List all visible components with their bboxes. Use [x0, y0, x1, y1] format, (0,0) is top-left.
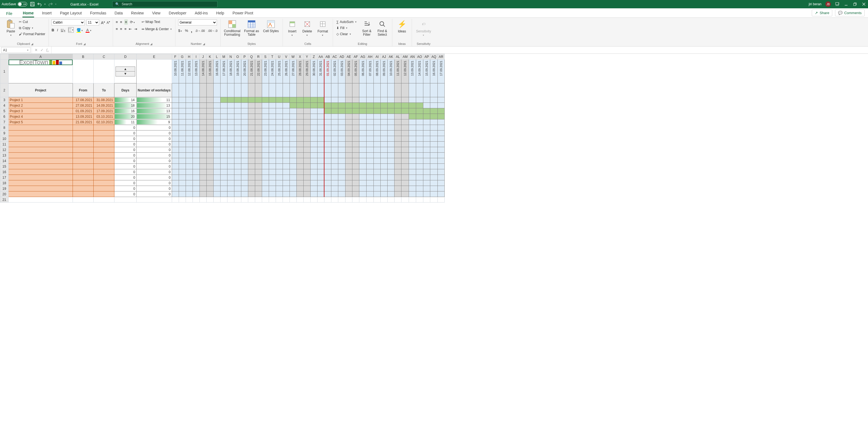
- gantt-cell[interactable]: [248, 169, 255, 175]
- gantt-cell[interactable]: [352, 186, 359, 191]
- gantt-cell[interactable]: [430, 142, 437, 147]
- gantt-cell[interactable]: [423, 147, 430, 153]
- gantt-cell[interactable]: [381, 169, 388, 175]
- gantt-cell[interactable]: [345, 164, 352, 169]
- cell[interactable]: [220, 197, 227, 203]
- gantt-cell[interactable]: [374, 175, 381, 180]
- cell[interactable]: [423, 197, 430, 203]
- gantt-cell[interactable]: [199, 125, 207, 130]
- gantt-cell[interactable]: [303, 125, 310, 130]
- gantt-cell[interactable]: [241, 153, 248, 158]
- gantt-cell[interactable]: [345, 125, 352, 130]
- gantt-cell[interactable]: [310, 119, 317, 125]
- gantt-cell[interactable]: [303, 108, 310, 114]
- gantt-cell[interactable]: [317, 180, 324, 186]
- gantt-cell[interactable]: [248, 175, 255, 180]
- col-header[interactable]: V: [283, 54, 289, 60]
- gantt-cell[interactable]: [269, 119, 276, 125]
- gantt-cell[interactable]: [199, 153, 207, 158]
- undo-dd-icon[interactable]: ▾: [44, 3, 46, 5]
- gantt-cell[interactable]: [289, 125, 297, 130]
- gantt-cell[interactable]: [297, 130, 303, 136]
- gantt-cell[interactable]: [324, 175, 331, 180]
- gantt-cell[interactable]: [289, 180, 297, 186]
- gantt-cell[interactable]: [437, 108, 445, 114]
- fill-button[interactable]: ⬇Fill: [336, 26, 357, 30]
- gantt-cell[interactable]: [199, 119, 207, 125]
- cell[interactable]: 0: [136, 130, 172, 136]
- gantt-cell[interactable]: [359, 191, 367, 197]
- cell[interactable]: [94, 153, 115, 158]
- user-name[interactable]: jiri beran: [809, 2, 822, 6]
- col-header[interactable]: AN: [409, 54, 416, 60]
- gantt-cell[interactable]: [248, 180, 255, 186]
- gantt-cell[interactable]: [374, 180, 381, 186]
- col-header[interactable]: L: [213, 54, 220, 60]
- gantt-cell[interactable]: [317, 125, 324, 130]
- gantt-cell[interactable]: [234, 175, 241, 180]
- gantt-cell[interactable]: [241, 186, 248, 191]
- gantt-cell[interactable]: [317, 97, 324, 103]
- gantt-cell[interactable]: [367, 147, 374, 153]
- gantt-cell[interactable]: [269, 147, 276, 153]
- gantt-cell[interactable]: [227, 164, 234, 169]
- gantt-cell[interactable]: [227, 158, 234, 164]
- cell[interactable]: [73, 169, 94, 175]
- gantt-cell[interactable]: [276, 153, 283, 158]
- gantt-cell[interactable]: [331, 97, 338, 103]
- gantt-cell[interactable]: [352, 147, 359, 153]
- gantt-cell[interactable]: [213, 97, 220, 103]
- gantt-cell[interactable]: [192, 103, 199, 108]
- gantt-cell[interactable]: [241, 114, 248, 119]
- gantt-cell[interactable]: [367, 103, 374, 108]
- cell[interactable]: 13: [136, 103, 172, 108]
- gantt-cell[interactable]: [255, 186, 262, 191]
- gantt-cell[interactable]: [310, 147, 317, 153]
- gantt-cell[interactable]: [416, 186, 423, 191]
- gantt-cell[interactable]: [207, 136, 213, 142]
- gantt-cell[interactable]: [297, 108, 303, 114]
- gantt-cell[interactable]: [220, 125, 227, 130]
- gantt-cell[interactable]: [192, 191, 199, 197]
- cell[interactable]: [8, 175, 73, 180]
- cell[interactable]: 0: [136, 136, 172, 142]
- gantt-cell[interactable]: [207, 175, 213, 180]
- cell[interactable]: [207, 197, 213, 203]
- tab-home[interactable]: Home: [23, 9, 34, 18]
- gantt-cell[interactable]: [338, 164, 345, 169]
- cell[interactable]: 0: [136, 175, 172, 180]
- gantt-cell[interactable]: [381, 186, 388, 191]
- gantt-cell[interactable]: [331, 175, 338, 180]
- cell[interactable]: 0: [115, 191, 136, 197]
- gantt-cell[interactable]: [430, 180, 437, 186]
- cell[interactable]: 01.09.2021: [73, 108, 94, 114]
- gantt-cell[interactable]: [186, 164, 192, 169]
- col-header[interactable]: Z: [310, 54, 317, 60]
- row-header[interactable]: 16: [0, 169, 8, 175]
- conditional-formatting-button[interactable]: Conditional Formatting: [223, 20, 241, 37]
- gantt-cell[interactable]: [317, 169, 324, 175]
- cell[interactable]: [192, 197, 199, 203]
- gantt-cell[interactable]: [310, 164, 317, 169]
- gantt-cell[interactable]: [213, 130, 220, 136]
- gantt-cell[interactable]: [262, 97, 269, 103]
- row-header[interactable]: 19: [0, 186, 8, 191]
- gantt-cell[interactable]: [324, 147, 331, 153]
- gantt-cell[interactable]: [186, 191, 192, 197]
- gantt-cell[interactable]: [207, 125, 213, 130]
- gantt-cell[interactable]: [262, 130, 269, 136]
- gantt-cell[interactable]: [283, 186, 289, 191]
- gantt-cell[interactable]: [317, 108, 324, 114]
- gantt-cell[interactable]: [324, 153, 331, 158]
- gantt-cell[interactable]: [172, 169, 179, 175]
- cell[interactable]: [359, 197, 367, 203]
- col-header[interactable]: AQ: [430, 54, 437, 60]
- tab-review[interactable]: Review: [130, 9, 144, 18]
- fx-icon[interactable]: fx: [46, 48, 49, 53]
- gantt-cell[interactable]: [317, 114, 324, 119]
- gantt-cell[interactable]: [437, 153, 445, 158]
- gantt-cell[interactable]: [262, 153, 269, 158]
- gantt-cell[interactable]: [248, 114, 255, 119]
- gantt-cell[interactable]: [269, 169, 276, 175]
- gantt-cell[interactable]: [179, 180, 186, 186]
